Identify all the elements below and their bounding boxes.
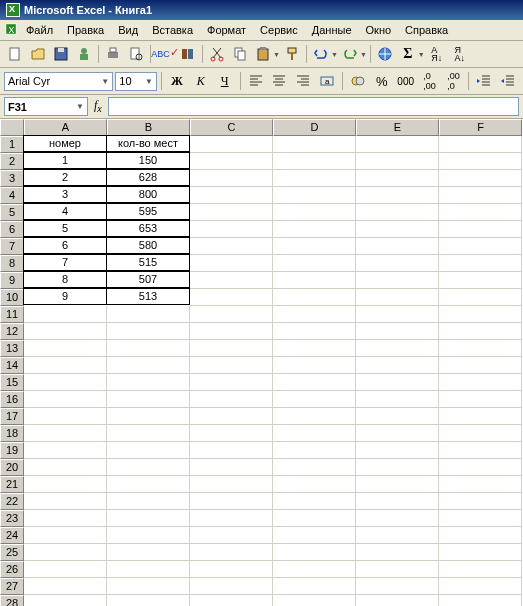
cell[interactable] bbox=[107, 595, 190, 606]
cell[interactable] bbox=[24, 408, 107, 425]
row-header[interactable]: 14 bbox=[0, 357, 24, 374]
cell[interactable] bbox=[273, 323, 356, 340]
cell[interactable] bbox=[190, 578, 273, 595]
cell[interactable] bbox=[190, 425, 273, 442]
hyperlink-icon[interactable] bbox=[374, 43, 396, 65]
cell[interactable] bbox=[356, 272, 439, 289]
cell[interactable] bbox=[107, 561, 190, 578]
cell[interactable] bbox=[273, 544, 356, 561]
cell[interactable] bbox=[190, 493, 273, 510]
cell[interactable] bbox=[190, 476, 273, 493]
cell[interactable] bbox=[439, 408, 522, 425]
menu-window[interactable]: Окно bbox=[360, 22, 398, 38]
cell[interactable] bbox=[273, 374, 356, 391]
cell[interactable] bbox=[107, 578, 190, 595]
cell[interactable]: 595 bbox=[106, 203, 190, 220]
currency-icon[interactable] bbox=[347, 70, 369, 92]
cell[interactable] bbox=[439, 255, 522, 272]
cell[interactable] bbox=[107, 476, 190, 493]
cell[interactable]: 7 bbox=[23, 254, 107, 271]
cell[interactable] bbox=[356, 255, 439, 272]
cell[interactable] bbox=[356, 357, 439, 374]
cell[interactable] bbox=[356, 204, 439, 221]
cell[interactable] bbox=[107, 459, 190, 476]
cell[interactable] bbox=[190, 306, 273, 323]
row-header[interactable]: 10 bbox=[0, 289, 24, 306]
cell[interactable] bbox=[356, 340, 439, 357]
cell[interactable] bbox=[356, 561, 439, 578]
bold-icon[interactable]: Ж bbox=[166, 70, 188, 92]
cell[interactable] bbox=[190, 170, 273, 187]
cell[interactable] bbox=[273, 289, 356, 306]
cell[interactable] bbox=[273, 306, 356, 323]
cell[interactable] bbox=[356, 595, 439, 606]
cell[interactable] bbox=[273, 527, 356, 544]
cell[interactable] bbox=[190, 323, 273, 340]
percent-icon[interactable]: % bbox=[371, 70, 393, 92]
cell[interactable] bbox=[356, 136, 439, 153]
cell[interactable] bbox=[107, 527, 190, 544]
row-header[interactable]: 28 bbox=[0, 595, 24, 606]
paste-icon[interactable] bbox=[252, 43, 274, 65]
row-header[interactable]: 11 bbox=[0, 306, 24, 323]
cell[interactable] bbox=[24, 595, 107, 606]
underline-icon[interactable]: Ч bbox=[214, 70, 236, 92]
formula-input[interactable] bbox=[108, 97, 519, 116]
align-center-icon[interactable] bbox=[268, 70, 290, 92]
cell[interactable]: 150 bbox=[106, 152, 190, 169]
cell[interactable] bbox=[190, 357, 273, 374]
cell[interactable] bbox=[439, 289, 522, 306]
cell[interactable] bbox=[273, 272, 356, 289]
cell[interactable] bbox=[190, 238, 273, 255]
cell[interactable] bbox=[24, 391, 107, 408]
cell[interactable] bbox=[107, 510, 190, 527]
cell[interactable] bbox=[273, 425, 356, 442]
cell[interactable] bbox=[356, 425, 439, 442]
column-header[interactable]: E bbox=[356, 119, 439, 136]
cell[interactable] bbox=[439, 442, 522, 459]
cell[interactable] bbox=[190, 595, 273, 606]
cell[interactable]: 1 bbox=[23, 152, 107, 169]
menu-insert[interactable]: Вставка bbox=[146, 22, 199, 38]
cell[interactable]: номер контейнера bbox=[23, 135, 107, 152]
cell[interactable]: 513 bbox=[106, 288, 190, 305]
cell[interactable] bbox=[190, 374, 273, 391]
name-box[interactable]: F31▼ bbox=[4, 97, 88, 116]
cell[interactable] bbox=[356, 153, 439, 170]
cell[interactable] bbox=[439, 357, 522, 374]
row-header[interactable]: 21 bbox=[0, 476, 24, 493]
cell[interactable] bbox=[273, 476, 356, 493]
row-header[interactable]: 18 bbox=[0, 425, 24, 442]
align-right-icon[interactable] bbox=[292, 70, 314, 92]
cell[interactable] bbox=[356, 408, 439, 425]
align-left-icon[interactable] bbox=[245, 70, 267, 92]
increase-decimal-icon[interactable]: ,0,00 bbox=[419, 70, 441, 92]
row-header[interactable]: 27 bbox=[0, 578, 24, 595]
cell[interactable] bbox=[356, 476, 439, 493]
cell[interactable]: 6 bbox=[23, 237, 107, 254]
cell[interactable] bbox=[24, 323, 107, 340]
cell[interactable] bbox=[190, 510, 273, 527]
cell[interactable] bbox=[356, 187, 439, 204]
cell[interactable] bbox=[107, 323, 190, 340]
save-icon[interactable] bbox=[50, 43, 72, 65]
cell[interactable] bbox=[24, 527, 107, 544]
cell[interactable] bbox=[439, 221, 522, 238]
row-header[interactable]: 1 bbox=[0, 136, 24, 153]
row-header[interactable]: 13 bbox=[0, 340, 24, 357]
cell[interactable] bbox=[24, 561, 107, 578]
cell[interactable] bbox=[24, 578, 107, 595]
cell[interactable] bbox=[273, 493, 356, 510]
cell[interactable]: 2 bbox=[23, 169, 107, 186]
sort-desc-icon[interactable]: ЯА↓ bbox=[449, 43, 471, 65]
select-all-corner[interactable] bbox=[0, 119, 24, 136]
cell[interactable] bbox=[273, 204, 356, 221]
cell[interactable]: 515 bbox=[106, 254, 190, 271]
cell[interactable] bbox=[107, 374, 190, 391]
cell[interactable] bbox=[356, 510, 439, 527]
cell[interactable] bbox=[24, 544, 107, 561]
cell[interactable] bbox=[273, 391, 356, 408]
italic-icon[interactable]: К bbox=[190, 70, 212, 92]
cell[interactable] bbox=[273, 595, 356, 606]
row-header[interactable]: 19 bbox=[0, 442, 24, 459]
